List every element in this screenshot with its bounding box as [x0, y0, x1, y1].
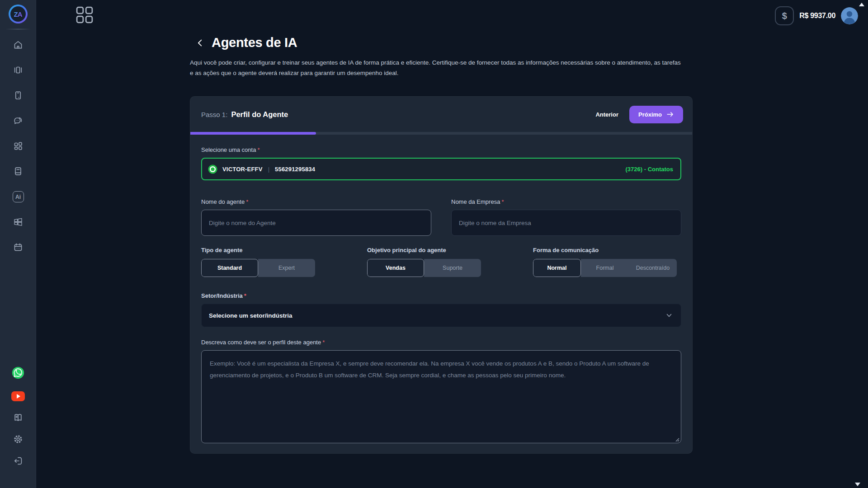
play-icon	[17, 394, 20, 399]
settings-gear-icon[interactable]	[13, 434, 24, 445]
required-asterisk: *	[501, 198, 504, 205]
objective-group: Objetivo principal do agente Vendas Supo…	[367, 247, 481, 277]
smartphone-icon[interactable]	[13, 90, 24, 101]
ai-icon[interactable]: Ai	[13, 191, 24, 202]
sidebar-divider	[5, 29, 31, 29]
sector-select-value: Selecione um setor/indústria	[209, 312, 292, 319]
logout-icon[interactable]	[13, 455, 24, 466]
previous-button[interactable]: Anterior	[595, 111, 618, 118]
agent-type-label: Tipo de agente	[201, 247, 315, 253]
balance-amount: R$ 9937.00	[799, 12, 835, 20]
sidebar-bottom-group	[11, 366, 25, 488]
topbar-account-area: $ R$ 9937.00	[775, 6, 858, 25]
communication-label: Forma de comunicação	[533, 247, 677, 253]
account-contacts-count: (3726) - Contatos	[626, 166, 673, 173]
category-grid-icon[interactable]	[13, 141, 24, 151]
next-button[interactable]: Próximo	[629, 106, 683, 123]
sidebar-nav: Ai	[13, 39, 24, 253]
chat-icon[interactable]	[13, 115, 24, 126]
logo-ring-icon: ZA	[9, 5, 28, 23]
account-name: VICTOR-EFFV	[222, 166, 263, 173]
radio-selected-icon	[208, 164, 218, 174]
agent-type-group: Tipo de agente Standard Expert	[201, 247, 315, 277]
account-separator: |	[268, 166, 269, 173]
wizard-body: Selecione uma conta* VICTOR-EFFV | 55629…	[190, 135, 692, 453]
objective-option-suporte[interactable]: Suporte	[424, 259, 481, 277]
company-name-input[interactable]	[451, 210, 681, 236]
step-title: Perfil do Agente	[231, 110, 288, 119]
profile-description-label: Descreva como deve ser o perfil deste ag…	[201, 339, 681, 346]
page-description: Aqui você pode criar, configurar e trein…	[190, 57, 684, 78]
company-name-label: Nome da Empresa*	[451, 198, 681, 205]
account-phone: 556291295834	[275, 166, 315, 173]
page-title: Agentes de IA	[212, 35, 297, 50]
profile-description-textarea[interactable]	[201, 350, 681, 443]
agent-type-option-standard[interactable]: Standard	[201, 259, 258, 277]
youtube-icon[interactable]	[11, 391, 25, 401]
scrollbar-up-arrow[interactable]	[859, 3, 864, 6]
journal-icon[interactable]	[13, 166, 24, 177]
main-content: Agentes de IA Aqui você pode criar, conf…	[190, 0, 693, 454]
agent-name-input[interactable]	[201, 210, 431, 236]
communication-option-formal[interactable]: Formal	[581, 259, 629, 277]
required-asterisk: *	[257, 146, 259, 153]
agent-type-option-expert[interactable]: Expert	[258, 259, 315, 277]
sector-label: Setor/Indústria*	[201, 292, 681, 299]
wizard-card: Passo 1: Perfil do Agente Anterior Próxi…	[190, 96, 693, 454]
app-logo[interactable]: ZA	[9, 0, 28, 29]
calendar-icon[interactable]	[13, 242, 24, 253]
kanban-columns-icon[interactable]	[13, 65, 24, 75]
communication-group: Forma de comunicação Normal Formal Desco…	[533, 247, 677, 277]
windows-icon[interactable]	[13, 216, 24, 227]
chevron-down-icon	[665, 312, 673, 319]
logo-monogram: ZA	[14, 10, 22, 18]
avatar[interactable]	[841, 7, 858, 24]
next-button-label: Próximo	[638, 111, 662, 118]
home-icon[interactable]	[13, 39, 24, 50]
objective-label: Objetivo principal do agente	[367, 247, 481, 253]
step-label: Passo 1:	[201, 111, 227, 118]
back-chevron-icon[interactable]	[195, 38, 205, 48]
apps-grid-icon[interactable]	[76, 6, 93, 23]
account-option-selected[interactable]: VICTOR-EFFV | 556291295834 (3726) - Cont…	[201, 158, 681, 180]
arrow-right-icon	[666, 111, 674, 117]
agent-name-label: Nome do agente*	[201, 198, 431, 205]
sidebar: ZA	[0, 0, 36, 488]
required-asterisk: *	[244, 292, 246, 299]
resize-handle-icon[interactable]	[674, 436, 679, 441]
scrollbar-down-arrow[interactable]	[855, 483, 860, 486]
sector-select[interactable]: Selecione um setor/indústria	[201, 304, 681, 327]
required-asterisk: *	[246, 198, 248, 205]
communication-option-descontraido[interactable]: Descontraído	[629, 259, 677, 277]
wizard-header: Passo 1: Perfil do Agente Anterior Próxi…	[190, 97, 692, 132]
credits-coin-icon[interactable]: $	[775, 6, 794, 25]
required-asterisk: *	[322, 339, 325, 346]
docs-book-icon[interactable]	[13, 412, 24, 423]
account-select-label: Selecione uma conta*	[201, 146, 681, 153]
communication-option-normal[interactable]: Normal	[533, 259, 581, 277]
whatsapp-icon[interactable]	[11, 366, 25, 380]
objective-option-vendas[interactable]: Vendas	[367, 259, 424, 277]
ai-badge-text: Ai	[13, 191, 24, 202]
